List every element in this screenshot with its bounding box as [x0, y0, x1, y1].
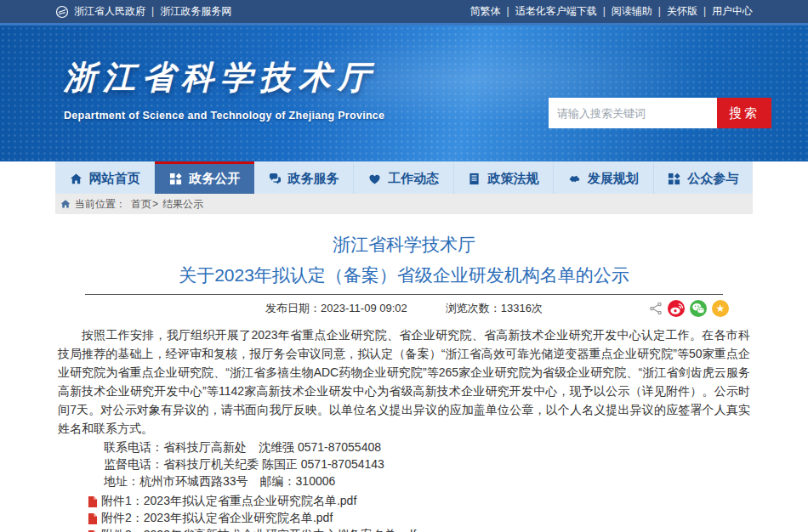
- nav-item-gov-services[interactable]: 政务服务: [254, 161, 354, 194]
- link-zhejiang-gov[interactable]: 浙江省人民政府: [74, 4, 160, 19]
- article-title-line2: 关于2023年拟认定（备案）省级企业研发机构名单的公示: [55, 265, 753, 286]
- heart-icon: [368, 173, 381, 185]
- handshake-icon: [568, 173, 581, 185]
- attachment-label: 附件2：2023年拟认定省企业研究院名单.pdf: [101, 511, 333, 526]
- nav-item-public-participation[interactable]: 公众参与: [654, 161, 753, 194]
- nav-item-policies[interactable]: 政策法规: [454, 161, 554, 194]
- breadcrumb: 当前位置： 首页 > 结果公示: [55, 194, 753, 214]
- nav-label: 政务公开: [189, 171, 240, 187]
- nav-label: 工作动态: [388, 171, 439, 187]
- supervision-phone-line: 监督电话：省科技厅机关纪委 陈国正 0571-87054143: [104, 456, 753, 473]
- nav-label: 发展规划: [588, 171, 639, 187]
- top-utility-bar: 浙江省人民政府 浙江政务服务网 简繁体 适老化客户端下载 阅读辅助 关怀版 用户…: [0, 0, 808, 25]
- link-user-center[interactable]: 用户中心: [712, 4, 753, 19]
- nav-label: 政务服务: [288, 171, 339, 187]
- link-simplified-traditional[interactable]: 简繁体: [470, 4, 515, 19]
- site-banner: 浙江省科学技术厅 Department of Science and Techn…: [0, 25, 808, 161]
- link-care-version[interactable]: 关怀版: [667, 4, 712, 19]
- publish-date: 发布日期：2023-11-09 09:02: [265, 301, 407, 316]
- breadcrumb-home-icon: [60, 199, 71, 209]
- pdf-file-icon: [88, 496, 98, 507]
- zhejiang-gov-logo-icon: [55, 5, 69, 19]
- breadcrumb-separator: >: [152, 198, 158, 210]
- search-input[interactable]: [549, 98, 717, 128]
- nav-item-work-updates[interactable]: 工作动态: [354, 161, 453, 194]
- share-icons: ★: [649, 300, 729, 317]
- article-body-paragraph: 按照工作安排，我厅组织开展了2023年省重点企业研究院、省企业研究院、省高新技术…: [55, 325, 753, 438]
- site-name: 浙江省科学技术厅: [64, 56, 384, 99]
- weibo-share-icon[interactable]: [668, 300, 685, 317]
- search-button[interactable]: 搜索: [717, 98, 771, 128]
- nav-label: 网站首页: [89, 171, 140, 187]
- contact-phone-line: 联系电话：省科技厅高新处 沈维强 0571-87055408: [104, 439, 753, 456]
- view-count: 浏览次数：13316次: [446, 301, 543, 316]
- attachment-link-3[interactable]: 附件3：2023年省高新技术企业研究开发中心拟备案名单.pdf: [88, 527, 753, 532]
- article-title-line1: 浙江省科学技术厅: [55, 235, 753, 255]
- grid-icon: [668, 173, 680, 185]
- topbar-left-links: 浙江省人民政府 浙江政务服务网: [55, 4, 231, 19]
- article-content: 浙江省科学技术厅 关于2023年拟认定（备案）省级企业研发机构名单的公示 发布日…: [55, 214, 753, 532]
- breadcrumb-current-page: 结果公示: [162, 197, 203, 212]
- nav-label: 公众参与: [687, 171, 738, 187]
- grid-icon: [169, 173, 182, 185]
- link-reading-assist[interactable]: 阅读辅助: [612, 4, 667, 19]
- article-meta-row: 发布日期：2023-11-09 09:02 浏览次数：13316次 ★: [55, 295, 753, 322]
- breadcrumb-prefix: 当前位置：: [75, 197, 126, 212]
- search-box: 搜索: [549, 98, 771, 128]
- document-icon: [468, 173, 481, 185]
- attachments-list: 附件1：2023年拟认定省重点企业研究院名单.pdf 附件2：2023年拟认定省…: [88, 493, 753, 532]
- topbar-right-links: 简繁体 适老化客户端下载 阅读辅助 关怀版 用户中心: [470, 4, 754, 19]
- attachment-label: 附件3：2023年省高新技术企业研究开发中心拟备案名单.pdf: [101, 528, 416, 532]
- pdf-file-icon: [88, 513, 98, 524]
- nav-item-gov-disclosure[interactable]: 政务公开: [155, 161, 253, 194]
- nav-label: 政策法规: [487, 171, 538, 187]
- main-nav: 网站首页 政务公开 政务服务 工作动态 政策法规 发展规划 公众参与: [55, 161, 753, 194]
- home-icon: [70, 173, 83, 185]
- attachment-label: 附件1：2023年拟认定省重点企业研究院名单.pdf: [101, 494, 356, 509]
- link-zhejiang-service[interactable]: 浙江政务服务网: [160, 4, 231, 19]
- star-icon: ★: [716, 303, 725, 314]
- nav-item-development-plans[interactable]: 发展规划: [554, 161, 653, 194]
- site-logo: 浙江省科学技术厅 Department of Science and Techn…: [64, 56, 384, 122]
- nav-item-home[interactable]: 网站首页: [55, 161, 155, 194]
- share-nodes-icon[interactable]: [649, 302, 663, 315]
- wechat-share-icon[interactable]: [690, 300, 707, 317]
- attachment-link-2[interactable]: 附件2：2023年拟认定省企业研究院名单.pdf: [88, 510, 753, 527]
- qzone-share-icon[interactable]: ★: [712, 300, 729, 317]
- breadcrumb-link-home[interactable]: 首页: [131, 197, 151, 212]
- contact-block: 联系电话：省科技厅高新处 沈维强 0571-87055408 监督电话：省科技厅…: [104, 439, 753, 490]
- link-elderly-client-download[interactable]: 适老化客户端下载: [515, 4, 612, 19]
- attachment-link-1[interactable]: 附件1：2023年拟认定省重点企业研究院名单.pdf: [88, 493, 753, 510]
- address-line: 地址：杭州市环城西路33号 邮编：310006: [104, 473, 753, 490]
- site-name-english: Department of Science and Technology of …: [64, 110, 384, 122]
- chat-bubbles-icon: [269, 173, 282, 185]
